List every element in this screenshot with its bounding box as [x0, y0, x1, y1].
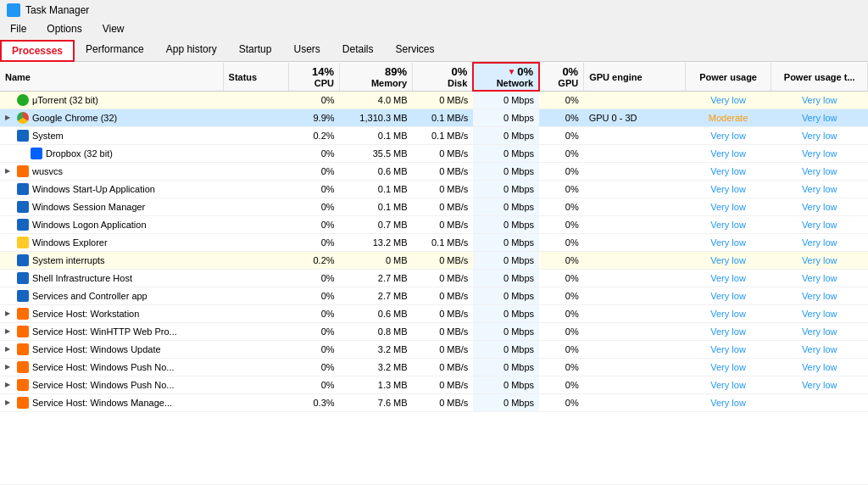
process-icon: [17, 201, 29, 213]
table-row[interactable]: ▶Service Host: Windows Manage...0.3%7.6 …: [0, 393, 868, 411]
tab-users[interactable]: Users: [282, 39, 331, 61]
table-row[interactable]: Windows Session Manager0%0.1 MB0 MB/s0 M…: [0, 198, 868, 215]
tab-processes[interactable]: Processes: [0, 40, 75, 62]
table-row[interactable]: Dropbox (32 bit)0%35.5 MB0 MB/s0 Mbps0%V…: [0, 144, 868, 162]
process-name-label: Windows Start-Up Application: [32, 184, 155, 194]
expander-icon[interactable]: ▶: [5, 381, 14, 388]
tab-performance[interactable]: Performance: [75, 39, 155, 61]
process-status-cell: [223, 144, 289, 162]
process-powerusagetrend-cell: Very low: [771, 144, 868, 162]
menu-view[interactable]: View: [99, 21, 128, 36]
process-memory-cell: 0.8 MB: [340, 322, 413, 340]
process-network-cell: 0 Mbps: [473, 91, 539, 109]
menu-options[interactable]: Options: [43, 21, 85, 36]
table-row[interactable]: Windows Explorer0%13.2 MB0.1 MB/s0 Mbps0…: [0, 233, 868, 251]
col-header-memory[interactable]: 89% Memory: [340, 63, 413, 91]
process-name-label: μTorrent (32 bit): [32, 95, 98, 105]
table-row[interactable]: ▶Google Chrome (32)9.9%1,310.3 MB0.1 MB/…: [0, 109, 868, 126]
process-gpu-cell: 0%: [539, 358, 584, 376]
col-header-powerusagetrend[interactable]: Power usage t...: [771, 63, 868, 91]
process-gpu-cell: 0%: [539, 198, 584, 215]
col-header-name[interactable]: Name: [0, 63, 223, 91]
expander-icon[interactable]: ▶: [5, 399, 14, 406]
col-header-disk[interactable]: 0% Disk: [413, 63, 474, 91]
tab-services[interactable]: Services: [385, 39, 446, 61]
col-header-status[interactable]: Status: [223, 63, 289, 91]
table-row[interactable]: Windows Start-Up Application0%0.1 MB0 MB…: [0, 180, 868, 198]
expander-icon[interactable]: ▶: [5, 114, 14, 121]
table-row[interactable]: ▶Service Host: Workstation0%0.6 MB0 MB/s…: [0, 304, 868, 322]
process-disk-cell: 0 MB/s: [413, 340, 474, 358]
col-header-network[interactable]: ▼ 0% Network: [473, 63, 539, 91]
col-header-gpu[interactable]: 0% GPU: [539, 63, 584, 91]
table-row[interactable]: Shell Infrastructure Host0%2.7 MB0 MB/s0…: [0, 269, 868, 287]
process-cpu-cell: 0.2%: [289, 251, 340, 269]
process-disk-cell: 0.1 MB/s: [413, 233, 474, 251]
expander-icon[interactable]: ▶: [5, 327, 14, 335]
process-memory-cell: 0.1 MB: [340, 198, 413, 215]
expander-icon[interactable]: ▶: [5, 363, 14, 371]
table-row[interactable]: ▶wusvcs0%0.6 MB0 MB/s0 Mbps0%Very lowVer…: [0, 162, 868, 180]
process-memory-cell: 0.6 MB: [340, 304, 413, 322]
process-icon: [17, 308, 29, 320]
process-gpuengine-cell: [584, 91, 686, 109]
process-gpuengine-cell: [584, 198, 686, 215]
process-name-label: Service Host: Workstation: [32, 309, 139, 319]
table-container[interactable]: Name Status 14% CPU 89% Mem: [0, 62, 868, 484]
process-memory-cell: 3.2 MB: [340, 340, 413, 358]
menu-bar: File Options View: [0, 20, 868, 37]
process-cpu-cell: 0%: [289, 376, 340, 393]
process-disk-cell: 0 MB/s: [413, 198, 474, 215]
process-status-cell: [223, 304, 289, 322]
process-name-cell: ▶Google Chrome (32): [0, 109, 223, 126]
process-cpu-cell: 0%: [289, 91, 340, 109]
process-name-cell: Windows Logon Application: [0, 215, 223, 233]
tab-details[interactable]: Details: [331, 39, 385, 61]
process-gpuengine-cell: [584, 126, 686, 144]
table-row[interactable]: ▶Service Host: WinHTTP Web Pro...0%0.8 M…: [0, 322, 868, 340]
table-row[interactable]: System interrupts0.2%0 MB0 MB/s0 Mbps0%V…: [0, 251, 868, 269]
process-icon: [17, 361, 29, 373]
process-icon: [17, 272, 29, 284]
col-header-cpu[interactable]: 14% CPU: [289, 63, 340, 91]
table-row[interactable]: ▶Service Host: Windows Push No...0%1.3 M…: [0, 376, 868, 393]
process-powerusage-cell: Very low: [685, 126, 771, 144]
process-status-cell: [223, 233, 289, 251]
process-name-label: Windows Logon Application: [32, 220, 147, 230]
menu-file[interactable]: File: [7, 21, 30, 36]
process-cpu-cell: 0%: [289, 304, 340, 322]
expander-icon[interactable]: ▶: [5, 167, 14, 175]
process-powerusage-cell: Very low: [685, 180, 771, 198]
process-network-cell: 0 Mbps: [473, 269, 539, 287]
process-gpuengine-cell: [584, 180, 686, 198]
expander-icon[interactable]: ▶: [5, 345, 14, 353]
process-powerusagetrend-cell: Very low: [771, 215, 868, 233]
table-row[interactable]: Services and Controller app0%2.7 MB0 MB/…: [0, 287, 868, 304]
process-name-cell: ▶wusvcs: [0, 162, 223, 180]
process-gpuengine-cell: [584, 233, 686, 251]
process-gpu-cell: 0%: [539, 109, 584, 126]
process-name-label: Windows Session Manager: [32, 202, 145, 212]
process-name-label: Google Chrome (32): [32, 113, 117, 123]
process-disk-cell: 0.1 MB/s: [413, 126, 474, 144]
process-cpu-cell: 9.9%: [289, 109, 340, 126]
table-row[interactable]: ▶Service Host: Windows Update0%3.2 MB0 M…: [0, 340, 868, 358]
process-disk-cell: 0 MB/s: [413, 180, 474, 198]
process-gpu-cell: 0%: [539, 162, 584, 180]
process-name-cell: Services and Controller app: [0, 287, 223, 304]
table-row[interactable]: System0.2%0.1 MB0.1 MB/s0 Mbps0%Very low…: [0, 126, 868, 144]
process-powerusagetrend-cell: Very low: [771, 180, 868, 198]
process-name-cell: μTorrent (32 bit): [0, 91, 223, 109]
process-name-cell: ▶Service Host: Windows Push No...: [0, 358, 223, 376]
process-memory-cell: 1.3 MB: [340, 376, 413, 393]
process-gpu-cell: 0%: [539, 304, 584, 322]
table-row[interactable]: ▶Service Host: Windows Push No...0%3.2 M…: [0, 358, 868, 376]
tab-apphistory[interactable]: App history: [155, 39, 228, 61]
tab-startup[interactable]: Startup: [228, 39, 283, 61]
col-header-powerusage[interactable]: Power usage: [685, 63, 771, 91]
expander-icon[interactable]: ▶: [5, 309, 14, 317]
table-row[interactable]: μTorrent (32 bit)0%4.0 MB0 MB/s0 Mbps0%V…: [0, 91, 868, 109]
col-header-gpuengine[interactable]: GPU engine: [584, 63, 686, 91]
table-row[interactable]: Windows Logon Application0%0.7 MB0 MB/s0…: [0, 215, 868, 233]
process-name-cell: Windows Start-Up Application: [0, 180, 223, 198]
